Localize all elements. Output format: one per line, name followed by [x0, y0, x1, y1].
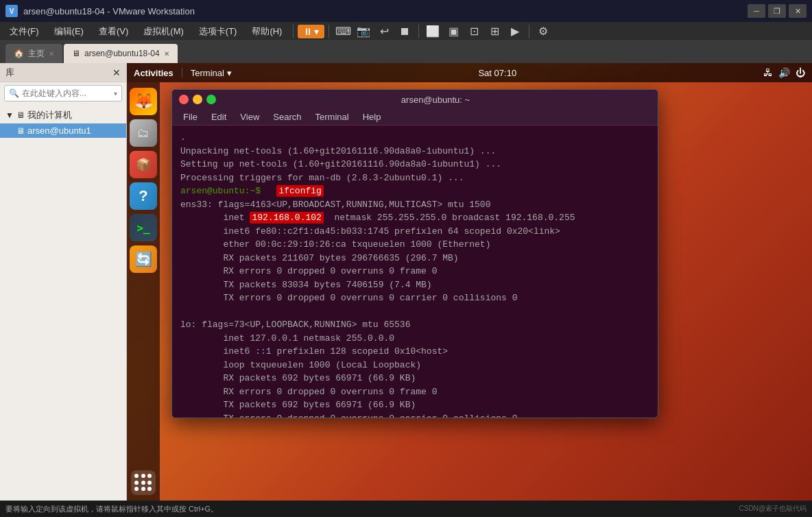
- terminal-menu-terminal[interactable]: Terminal: [310, 110, 355, 123]
- terminal-menu-help[interactable]: Help: [357, 110, 387, 123]
- update-icon: 🔄: [135, 251, 152, 267]
- terminal-line: [180, 305, 649, 319]
- menu-edit[interactable]: 编辑(E): [47, 23, 91, 40]
- terminal-titlebar: arsen@ubuntu: ~: [172, 90, 658, 109]
- terminal-menubar: File Edit View Search Terminal Help: [172, 109, 658, 125]
- menu-view[interactable]: 查看(V): [92, 23, 135, 40]
- terminal-minimize-btn[interactable]: [193, 95, 202, 104]
- terminal-line: lo: flags=73<UP,LOOPBACK,RUNNING> mtu 65…: [180, 318, 649, 332]
- power-icon[interactable]: ⏻: [796, 67, 805, 78]
- terminal-title: arsen@ubuntu: ~: [220, 95, 651, 105]
- window-title: arsen@ubuntu18-04 - VMware Workstation: [23, 6, 742, 16]
- search-input[interactable]: [22, 88, 114, 98]
- terminal-line: inet6 fe80::c2f1:da45:b033:1745 prefixle…: [180, 225, 649, 239]
- menu-tabs[interactable]: 选项卡(T): [192, 23, 244, 40]
- search-dropdown-icon[interactable]: ▾: [114, 90, 117, 97]
- tree-label-my-computer: 我的计算机: [27, 109, 72, 121]
- terminal-line: .: [180, 131, 649, 145]
- main-layout: 库 ✕ 🔍 ▾ ▼ 🖥 我的计算机 🖥 arsen@ubuntu1 Activi…: [0, 63, 812, 501]
- terminal-line: Unpacking net-tools (1.60+git20161116.90…: [180, 145, 649, 158]
- pause-button[interactable]: ⏸ ▾: [298, 25, 324, 38]
- vm-tab-bar: 🏠 主页 ✕ 🖥 arsen@ubuntu18-04 ✕: [0, 41, 812, 63]
- title-bar: V arsen@ubuntu18-04 - VMware Workstation…: [0, 0, 812, 22]
- terminal-dock-icon: >_: [136, 221, 150, 235]
- dock-help[interactable]: ?: [130, 182, 157, 210]
- toolbar-separator-2: [329, 25, 329, 38]
- terminal-maximize-btn[interactable]: [206, 95, 216, 104]
- terminal-close-btn[interactable]: [179, 95, 189, 104]
- menu-bar: 文件(F) 编辑(E) 查看(V) 虚拟机(M) 选项卡(T) 帮助(H) ⏸ …: [0, 22, 812, 41]
- menu-help[interactable]: 帮助(H): [245, 23, 289, 40]
- dock-software[interactable]: 📦: [130, 151, 157, 178]
- menu-file[interactable]: 文件(F): [3, 23, 46, 40]
- sidebar-header: 库 ✕: [0, 63, 126, 82]
- terminal-line: ens33: flags=4163<UP,BROADCAST,RUNNING,M…: [180, 198, 649, 212]
- terminal-menu-file[interactable]: File: [178, 110, 203, 123]
- terminal-line: TX packets 692 bytes 66971 (66.9 KB): [180, 398, 649, 412]
- tab-home-close[interactable]: ✕: [49, 50, 54, 58]
- topbar-center: Sat 07:10: [232, 68, 763, 78]
- sidebar: 库 ✕ 🔍 ▾ ▼ 🖥 我的计算机 🖥 arsen@ubuntu1: [0, 63, 127, 501]
- terminal-menu-search[interactable]: Search: [267, 110, 307, 123]
- dock-terminal[interactable]: >_: [130, 214, 157, 241]
- grid-dot: [134, 487, 139, 491]
- firefox-icon: 🦊: [134, 93, 153, 110]
- vm-icon: 🖥: [16, 126, 25, 136]
- close-button[interactable]: ✕: [789, 4, 807, 18]
- unity-button[interactable]: ⊞: [485, 23, 504, 40]
- computer-icon: 🖥: [16, 110, 25, 120]
- sidebar-close-icon[interactable]: ✕: [112, 67, 121, 78]
- terminal-window: arsen@ubuntu: ~ File Edit View Search Te…: [171, 89, 658, 418]
- dock-update[interactable]: 🔄: [130, 245, 157, 273]
- watermark-label: CSDN@索子也敲代码: [739, 504, 807, 514]
- terminal-ip-address: 192.168.0.102: [250, 212, 323, 224]
- terminal-content[interactable]: . Unpacking net-tools (1.60+git20161116.…: [172, 125, 658, 418]
- files-icon: 🗂: [137, 126, 150, 141]
- terminal-line: inet6 ::1 prefixlen 128 scopeid 0x10<hos…: [180, 345, 649, 359]
- terminal-menu-edit[interactable]: Edit: [206, 110, 232, 123]
- terminal-indicator[interactable]: Terminal ▾: [191, 68, 232, 78]
- status-message: 要将输入定向到该虚拟机，请将鼠标指针移入其中或按 Ctrl+G。: [5, 504, 218, 514]
- tab-vm[interactable]: 🖥 arsen@ubuntu18-04 ✕: [64, 44, 178, 63]
- send-keys-button[interactable]: ⌨: [333, 23, 353, 40]
- menu-vm[interactable]: 虚拟机(M): [136, 23, 191, 40]
- terminal-prompt: arsen@ubuntu:~$: [180, 186, 261, 196]
- prefs-button[interactable]: ⚙: [534, 23, 553, 40]
- view-button[interactable]: ▣: [444, 23, 463, 40]
- stretch-button[interactable]: ⊡: [464, 23, 483, 40]
- revert-button[interactable]: ↩: [374, 23, 394, 40]
- toolbar-separator-4: [529, 25, 529, 38]
- terminal-menu-view[interactable]: View: [235, 110, 265, 123]
- tree-item-my-computer[interactable]: ▼ 🖥 我的计算机: [0, 107, 126, 123]
- tree-item-vm[interactable]: 🖥 arsen@ubuntu1: [0, 123, 126, 138]
- topbar-clock: Sat 07:10: [478, 68, 516, 78]
- topbar-sep: [182, 68, 182, 77]
- home-tab-icon: 🏠: [14, 49, 24, 58]
- console-button[interactable]: ▶: [505, 23, 525, 40]
- terminal-line: RX packets 692 bytes 66971 (66.9 KB): [180, 372, 649, 385]
- fullscreen-button[interactable]: ⬜: [423, 23, 442, 40]
- terminal-line: RX errors 0 dropped 0 overruns 0 frame 0: [180, 265, 649, 278]
- expand-icon: ▼: [5, 110, 14, 120]
- tab-home[interactable]: 🏠 主页 ✕: [5, 44, 62, 63]
- terminal-line-ip: inet 192.168.0.102 netmask 255.255.255.0…: [180, 211, 649, 225]
- topbar-right: 🖧 🔊 ⏻: [763, 67, 805, 78]
- terminal-line: loop txqueuelen 1000 (Local Loopback): [180, 359, 649, 372]
- grid-dot: [147, 474, 152, 478]
- toolbar-separator: [293, 25, 294, 38]
- activities-button[interactable]: Activities: [134, 68, 174, 78]
- minimize-button[interactable]: ─: [748, 4, 765, 18]
- grid-dot: [147, 487, 152, 491]
- topbar-left: Activities Terminal ▾: [134, 68, 232, 78]
- app-icon: V: [5, 5, 18, 17]
- suspend-button[interactable]: ⏹: [395, 23, 414, 40]
- dock-files[interactable]: 🗂: [130, 119, 157, 147]
- dock-apps-grid[interactable]: [131, 470, 156, 495]
- terminal-line: TX packets 83034 bytes 7406159 (7.4 MB): [180, 278, 649, 292]
- volume-icon[interactable]: 🔊: [778, 67, 790, 78]
- tab-vm-close[interactable]: ✕: [164, 50, 169, 58]
- dock-firefox[interactable]: 🦊: [130, 88, 157, 115]
- snapshot-button[interactable]: 📷: [354, 23, 373, 40]
- network-icon[interactable]: 🖧: [763, 67, 773, 78]
- restore-button[interactable]: ❐: [768, 4, 786, 18]
